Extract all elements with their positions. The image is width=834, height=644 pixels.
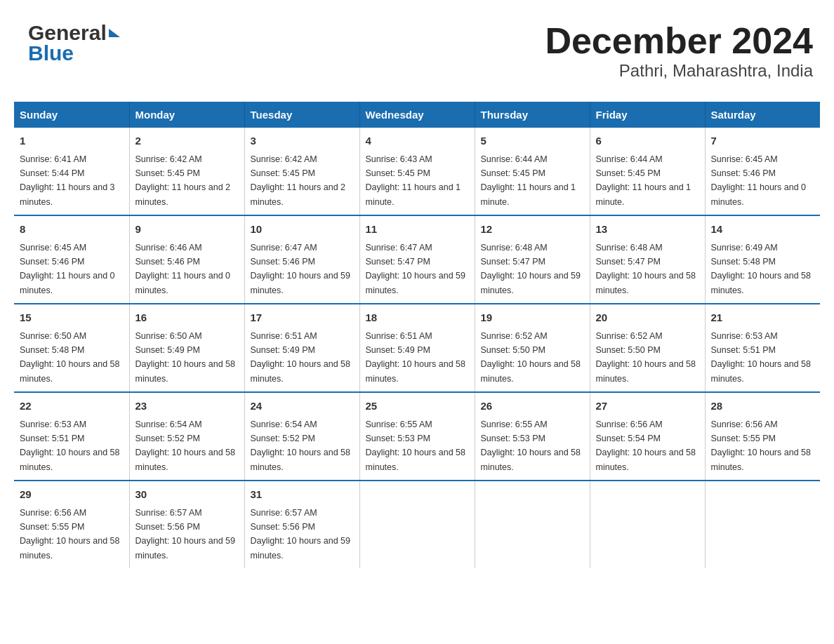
calendar-day-cell: 25 Sunrise: 6:55 AMSunset: 5:53 PMDaylig… — [359, 392, 475, 481]
calendar-day-cell: 28 Sunrise: 6:56 AMSunset: 5:55 PMDaylig… — [705, 392, 820, 481]
day-number: 6 — [596, 133, 699, 149]
calendar-title-block: December 2024 Pathri, Maharashtra, India — [545, 21, 813, 81]
calendar-day-cell: 16 Sunrise: 6:50 AMSunset: 5:49 PMDaylig… — [129, 304, 244, 392]
calendar-day-cell: 7 Sunrise: 6:45 AMSunset: 5:46 PMDayligh… — [705, 128, 820, 215]
calendar-day-cell: 29 Sunrise: 6:56 AMSunset: 5:55 PMDaylig… — [14, 481, 129, 568]
day-number: 20 — [596, 310, 699, 326]
day-info: Sunrise: 6:51 AMSunset: 5:49 PMDaylight:… — [366, 331, 465, 384]
day-number: 4 — [366, 133, 469, 149]
calendar-day-cell — [590, 481, 705, 568]
calendar-day-cell: 15 Sunrise: 6:50 AMSunset: 5:48 PMDaylig… — [14, 304, 129, 392]
day-number: 31 — [251, 487, 354, 503]
header-friday: Friday — [590, 102, 705, 128]
page-header: General Blue December 2024 Pathri, Mahar… — [14, 14, 820, 88]
calendar-day-cell: 27 Sunrise: 6:56 AMSunset: 5:54 PMDaylig… — [590, 392, 705, 481]
calendar-day-cell: 2 Sunrise: 6:42 AMSunset: 5:45 PMDayligh… — [129, 128, 244, 215]
day-info: Sunrise: 6:46 AMSunset: 5:46 PMDaylight:… — [135, 243, 231, 295]
day-info: Sunrise: 6:57 AMSunset: 5:56 PMDaylight:… — [251, 508, 350, 561]
day-info: Sunrise: 6:44 AMSunset: 5:45 PMDaylight:… — [481, 154, 576, 207]
calendar-body: 1 Sunrise: 6:41 AMSunset: 5:44 PMDayligh… — [14, 128, 820, 568]
calendar-day-cell: 23 Sunrise: 6:54 AMSunset: 5:52 PMDaylig… — [129, 392, 244, 481]
calendar-day-cell: 21 Sunrise: 6:53 AMSunset: 5:51 PMDaylig… — [705, 304, 820, 392]
day-number: 8 — [20, 222, 124, 238]
day-info: Sunrise: 6:42 AMSunset: 5:45 PMDaylight:… — [135, 154, 231, 207]
calendar-day-cell: 24 Sunrise: 6:54 AMSunset: 5:52 PMDaylig… — [244, 392, 359, 481]
calendar-day-cell — [705, 481, 820, 568]
day-info: Sunrise: 6:47 AMSunset: 5:47 PMDaylight:… — [366, 243, 465, 295]
day-number: 21 — [711, 310, 815, 326]
header-sunday: Sunday — [14, 102, 129, 128]
calendar-week-row: 15 Sunrise: 6:50 AMSunset: 5:48 PMDaylig… — [14, 304, 820, 392]
calendar-location: Pathri, Maharashtra, India — [545, 61, 813, 81]
day-number: 30 — [135, 487, 239, 503]
day-number: 12 — [481, 222, 584, 238]
day-number: 23 — [135, 398, 239, 415]
header-thursday: Thursday — [475, 102, 590, 128]
day-number: 3 — [251, 133, 354, 149]
day-number: 5 — [481, 133, 584, 149]
calendar-day-cell: 14 Sunrise: 6:49 AMSunset: 5:48 PMDaylig… — [705, 215, 820, 304]
calendar-week-row: 8 Sunrise: 6:45 AMSunset: 5:46 PMDayligh… — [14, 215, 820, 304]
calendar-week-row: 1 Sunrise: 6:41 AMSunset: 5:44 PMDayligh… — [14, 128, 820, 215]
calendar-day-cell: 13 Sunrise: 6:48 AMSunset: 5:47 PMDaylig… — [590, 215, 705, 304]
day-info: Sunrise: 6:55 AMSunset: 5:53 PMDaylight:… — [366, 420, 465, 472]
day-info: Sunrise: 6:56 AMSunset: 5:55 PMDaylight:… — [711, 420, 811, 472]
day-number: 15 — [20, 310, 124, 326]
day-number: 19 — [481, 310, 584, 326]
day-info: Sunrise: 6:45 AMSunset: 5:46 PMDaylight:… — [20, 243, 115, 295]
calendar-day-cell: 19 Sunrise: 6:52 AMSunset: 5:50 PMDaylig… — [475, 304, 590, 392]
header-wednesday: Wednesday — [359, 102, 475, 128]
day-number: 2 — [135, 133, 239, 149]
header-tuesday: Tuesday — [244, 102, 359, 128]
day-number: 26 — [481, 398, 584, 415]
calendar-day-cell — [475, 481, 590, 568]
logo-blue-text: Blue — [28, 41, 74, 65]
day-info: Sunrise: 6:44 AMSunset: 5:45 PMDaylight:… — [596, 154, 691, 207]
calendar-day-cell: 6 Sunrise: 6:44 AMSunset: 5:45 PMDayligh… — [590, 128, 705, 215]
day-info: Sunrise: 6:54 AMSunset: 5:52 PMDaylight:… — [135, 420, 235, 472]
calendar-day-cell: 8 Sunrise: 6:45 AMSunset: 5:46 PMDayligh… — [14, 215, 129, 304]
day-number: 25 — [366, 398, 469, 415]
calendar-week-row: 29 Sunrise: 6:56 AMSunset: 5:55 PMDaylig… — [14, 481, 820, 568]
day-info: Sunrise: 6:54 AMSunset: 5:52 PMDaylight:… — [251, 420, 350, 472]
day-info: Sunrise: 6:41 AMSunset: 5:44 PMDaylight:… — [20, 154, 115, 207]
day-number: 13 — [596, 222, 699, 238]
day-info: Sunrise: 6:49 AMSunset: 5:48 PMDaylight:… — [711, 243, 811, 295]
day-info: Sunrise: 6:50 AMSunset: 5:49 PMDaylight:… — [135, 331, 235, 384]
calendar-day-cell: 5 Sunrise: 6:44 AMSunset: 5:45 PMDayligh… — [475, 128, 590, 215]
logo-arrow-icon — [109, 29, 120, 37]
calendar-day-cell: 20 Sunrise: 6:52 AMSunset: 5:50 PMDaylig… — [590, 304, 705, 392]
calendar-day-cell: 18 Sunrise: 6:51 AMSunset: 5:49 PMDaylig… — [359, 304, 475, 392]
day-number: 27 — [596, 398, 699, 415]
day-info: Sunrise: 6:48 AMSunset: 5:47 PMDaylight:… — [596, 243, 696, 295]
day-info: Sunrise: 6:47 AMSunset: 5:46 PMDaylight:… — [251, 243, 350, 295]
header-monday: Monday — [129, 102, 244, 128]
calendar-day-cell: 22 Sunrise: 6:53 AMSunset: 5:51 PMDaylig… — [14, 392, 129, 481]
day-number: 1 — [20, 133, 124, 149]
day-number: 9 — [135, 222, 239, 238]
calendar-day-cell: 1 Sunrise: 6:41 AMSunset: 5:44 PMDayligh… — [14, 128, 129, 215]
weekday-header-row: Sunday Monday Tuesday Wednesday Thursday… — [14, 102, 820, 128]
day-number: 7 — [711, 133, 815, 149]
calendar-day-cell: 31 Sunrise: 6:57 AMSunset: 5:56 PMDaylig… — [244, 481, 359, 568]
header-saturday: Saturday — [705, 102, 820, 128]
calendar-header: Sunday Monday Tuesday Wednesday Thursday… — [14, 102, 820, 128]
day-info: Sunrise: 6:45 AMSunset: 5:46 PMDaylight:… — [711, 154, 807, 207]
calendar-day-cell: 17 Sunrise: 6:51 AMSunset: 5:49 PMDaylig… — [244, 304, 359, 392]
day-info: Sunrise: 6:48 AMSunset: 5:47 PMDaylight:… — [481, 243, 581, 295]
day-number: 18 — [366, 310, 469, 326]
calendar-day-cell: 9 Sunrise: 6:46 AMSunset: 5:46 PMDayligh… — [129, 215, 244, 304]
day-number: 22 — [20, 398, 124, 415]
day-info: Sunrise: 6:56 AMSunset: 5:55 PMDaylight:… — [20, 508, 119, 561]
calendar-day-cell: 11 Sunrise: 6:47 AMSunset: 5:47 PMDaylig… — [359, 215, 475, 304]
calendar-day-cell — [359, 481, 475, 568]
day-info: Sunrise: 6:50 AMSunset: 5:48 PMDaylight:… — [20, 331, 119, 384]
day-number: 28 — [711, 398, 815, 415]
day-info: Sunrise: 6:53 AMSunset: 5:51 PMDaylight:… — [20, 420, 119, 472]
day-info: Sunrise: 6:53 AMSunset: 5:51 PMDaylight:… — [711, 331, 811, 384]
calendar-day-cell: 26 Sunrise: 6:55 AMSunset: 5:53 PMDaylig… — [475, 392, 590, 481]
day-number: 29 — [20, 487, 124, 503]
day-info: Sunrise: 6:52 AMSunset: 5:50 PMDaylight:… — [596, 331, 696, 384]
day-number: 24 — [251, 398, 354, 415]
day-info: Sunrise: 6:42 AMSunset: 5:45 PMDaylight:… — [251, 154, 346, 207]
